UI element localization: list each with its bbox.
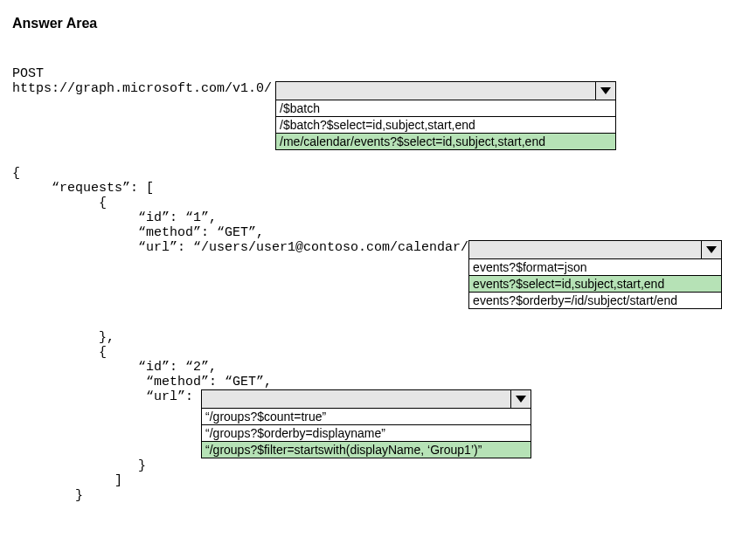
dropdown-option[interactable]: /$batch — [276, 100, 615, 116]
code-line: } — [12, 488, 744, 503]
code-line: { — [12, 196, 744, 210]
page-title: Answer Area — [12, 16, 744, 31]
code-line: } — [12, 458, 744, 473]
svg-marker-2 — [516, 396, 526, 403]
dropdown-option[interactable]: /me/calendar/events?$select=id,subject,s… — [276, 133, 615, 149]
dropdown-option[interactable]: “/groups?$orderby=displayname” — [202, 424, 531, 441]
dropdown-option[interactable]: “/groups?$filter=startswith(displayName,… — [202, 441, 531, 458]
code-line: “method”: “GET”, — [12, 375, 744, 389]
code-url2-prefix: “url”: — [12, 389, 201, 404]
svg-marker-1 — [706, 246, 717, 253]
code-line: “requests”: [ — [12, 181, 744, 196]
chevron-down-icon — [701, 241, 721, 258]
svg-marker-0 — [600, 87, 611, 94]
code-line: { — [12, 166, 744, 181]
code-line: “id”: “1”, — [12, 210, 744, 225]
code-line: “method”: “GET”, — [12, 225, 744, 240]
chevron-down-icon — [510, 390, 531, 408]
dropdown-option[interactable]: events?$select=id,subject,start,end — [469, 275, 721, 292]
code-line: ] — [12, 473, 744, 488]
post-label: POST — [12, 66, 744, 81]
dropdown-option[interactable]: events?$orderby=/id/subject/start/end — [469, 292, 721, 308]
dropdown-option[interactable]: “/groups?$count=true” — [202, 409, 531, 424]
dropdown-endpoint-2[interactable]: events?$format=jsonevents?$select=id,sub… — [468, 240, 722, 309]
dropdown-option[interactable]: /$batch?$select=id,subject,start,end — [276, 116, 615, 133]
code-line: }, — [12, 330, 744, 345]
code-line: { — [12, 345, 744, 360]
code-line: “id”: “2”, — [12, 360, 744, 375]
dropdown-endpoint-3[interactable]: “/groups?$count=true”“/groups?$orderby=d… — [201, 389, 531, 458]
dropdown-option[interactable]: events?$format=json — [469, 259, 721, 275]
code-url1-prefix: “url”: “/users/user1@contoso.com/calenda… — [12, 240, 468, 255]
chevron-down-icon — [595, 82, 615, 100]
base-url-text: https://graph.microsoft.com/v1.0/ — [12, 81, 272, 96]
dropdown-endpoint-1[interactable]: /$batch/$batch?$select=id,subject,start,… — [275, 81, 616, 150]
